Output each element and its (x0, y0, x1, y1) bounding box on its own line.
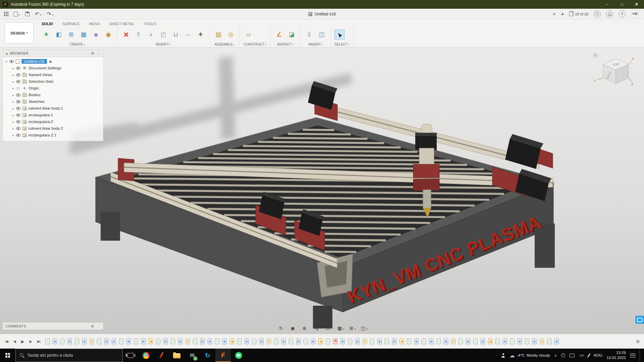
expand-caret-icon[interactable] (12, 79, 14, 83)
comments-panel[interactable]: COMMENTS (3, 322, 103, 330)
timeline-feature-sketch[interactable] (525, 339, 529, 344)
create-sketch-icon[interactable] (41, 29, 51, 40)
timeline-feature-sketch[interactable] (385, 339, 389, 344)
grid-settings-icon[interactable] (348, 325, 355, 331)
shell-icon[interactable] (158, 29, 168, 40)
ribbon-tab-tools[interactable]: TOOLS (144, 22, 156, 26)
timeline-feature-extrude[interactable] (311, 339, 315, 344)
timeline-feature-sketch[interactable] (304, 339, 308, 344)
timeline-feature-extrude[interactable] (466, 339, 470, 344)
ribbon-tab-mesh[interactable]: MESH (89, 22, 100, 26)
timeline-feature-error[interactable] (333, 339, 337, 344)
timeline-feature-sketch[interactable] (60, 339, 64, 344)
joint-icon[interactable] (226, 29, 236, 40)
create-box-icon[interactable] (54, 29, 64, 40)
search-input[interactable]: Tastați aici pentru a căuta (15, 349, 123, 362)
delete-icon[interactable] (121, 29, 131, 40)
clock-status-icon[interactable] (594, 10, 601, 17)
redo-button[interactable] (47, 11, 54, 17)
browser-root-item[interactable]: Untitled v16 (3, 58, 103, 65)
timeline-feature-sketch[interactable] (422, 339, 426, 344)
expand-caret-icon[interactable] (12, 106, 14, 110)
action-center-icon[interactable] (630, 353, 635, 358)
press-pull-icon[interactable] (133, 29, 144, 40)
ribbon-group-label-insert[interactable]: INSERT (304, 42, 327, 46)
orbit-icon[interactable] (278, 325, 284, 331)
viewports-icon[interactable] (360, 325, 367, 331)
timeline-feature-extrude[interactable] (429, 339, 433, 344)
mail-button[interactable]: 6 (184, 349, 200, 362)
workspace-selector[interactable]: DESIGN (5, 22, 34, 44)
new-tab-button[interactable] (561, 11, 564, 17)
browser-item-bodies[interactable]: Bodies (3, 92, 103, 98)
expand-caret-icon[interactable] (12, 66, 14, 70)
people-icon[interactable] (501, 353, 505, 358)
view-cube[interactable]: TOP BACK X Y Z (592, 51, 635, 88)
file-menu-button[interactable] (14, 11, 20, 17)
browser-item-selection-sets[interactable]: Selection Sets (3, 78, 103, 85)
ribbon-tab-sheet-metal[interactable]: SHEET METAL (109, 22, 134, 26)
zoom-window-icon[interactable] (313, 325, 320, 331)
ribbon-group-label-modify[interactable]: MODIFY (121, 42, 206, 46)
timeline-feature-extrude[interactable] (503, 339, 507, 344)
ribbon-tab-surface[interactable]: SURFACE (62, 22, 80, 26)
insert-canvas-icon[interactable] (317, 29, 327, 40)
timeline-settings-icon[interactable] (636, 339, 640, 345)
step-forward-button[interactable] (28, 340, 33, 343)
fillet-icon[interactable] (146, 29, 156, 40)
whatsapp-button[interactable] (231, 349, 246, 362)
timeline-feature-extrude[interactable] (296, 339, 301, 344)
ribbon-tab-solid[interactable]: SOLID (42, 22, 53, 26)
timeline-feature-joint[interactable] (399, 339, 404, 344)
notes-pen-button[interactable] (154, 349, 169, 362)
measure-icon[interactable] (274, 29, 284, 40)
activate-component-radio[interactable] (49, 59, 52, 63)
timeline-feature-extrude[interactable] (163, 339, 168, 344)
maximize-button[interactable] (614, 0, 629, 9)
pattern-circ-icon[interactable] (91, 29, 101, 40)
visibility-eye-icon[interactable] (16, 100, 20, 103)
timeline-feature-extrude[interactable] (126, 339, 131, 344)
close-tab-button[interactable] (553, 11, 556, 17)
expand-caret-icon[interactable] (6, 59, 7, 63)
derive-icon[interactable] (66, 29, 76, 40)
chrome-button[interactable] (138, 349, 154, 362)
browser-item-rulment-liniar-body-1[interactable]: rulment liniar body:1 (3, 105, 103, 112)
timeline-feature-extrude[interactable] (414, 339, 419, 344)
collapse-panel-icon[interactable] (91, 51, 95, 56)
timeline-feature-component[interactable] (540, 339, 544, 344)
expand-caret-icon[interactable] (12, 120, 14, 124)
browser-item-document-settings[interactable]: Document Settings (3, 65, 103, 71)
timeline-feature-extrude[interactable] (554, 339, 559, 344)
start-button[interactable] (0, 349, 15, 362)
visibility-eye-icon[interactable] (16, 94, 20, 97)
fusion-360-button[interactable] (215, 349, 231, 362)
minimize-button[interactable] (600, 0, 614, 9)
undo-button[interactable] (35, 11, 42, 17)
language-indicator[interactable]: ROU (594, 353, 602, 357)
timeline-feature-sketch[interactable] (370, 339, 374, 344)
ribbon-group-label-construct[interactable]: CONSTRUCT (244, 42, 266, 46)
timeline-feature-extrude[interactable] (355, 339, 360, 344)
visibility-eye-icon[interactable] (16, 114, 20, 117)
visibility-eye-icon[interactable] (16, 73, 20, 76)
collapse-arrow-icon[interactable] (5, 52, 8, 55)
close-button[interactable] (629, 0, 644, 9)
visibility-eye-icon[interactable] (16, 80, 20, 83)
new-component-icon[interactable] (213, 29, 223, 40)
ribbon-group-label-inspect[interactable]: INSPECT (274, 42, 297, 46)
viewport-canvas[interactable]: KYN_VM CNC PLASMA KYN_VM CNC PLASMA (0, 48, 644, 334)
timeline-feature-extrude[interactable] (222, 339, 227, 344)
timeline-feature-sketch[interactable] (289, 339, 293, 344)
timeline-feature-extrude[interactable] (340, 339, 345, 344)
visibility-eye-icon[interactable] (16, 127, 20, 130)
clock[interactable]: 13:29 13.01.2022 (606, 350, 626, 360)
timeline-feature-sketch[interactable] (237, 339, 241, 344)
display-settings-icon[interactable] (336, 325, 343, 331)
timeline-feature-sketch[interactable] (171, 339, 175, 344)
timeline-feature-extrude[interactable] (112, 339, 116, 344)
expand-caret-icon[interactable] (12, 93, 14, 97)
ribbon-group-label-select[interactable]: SELECT (334, 42, 349, 46)
timeline-feature-extrude[interactable] (245, 339, 249, 344)
job-status[interactable]: 10 of 10 (569, 12, 588, 16)
